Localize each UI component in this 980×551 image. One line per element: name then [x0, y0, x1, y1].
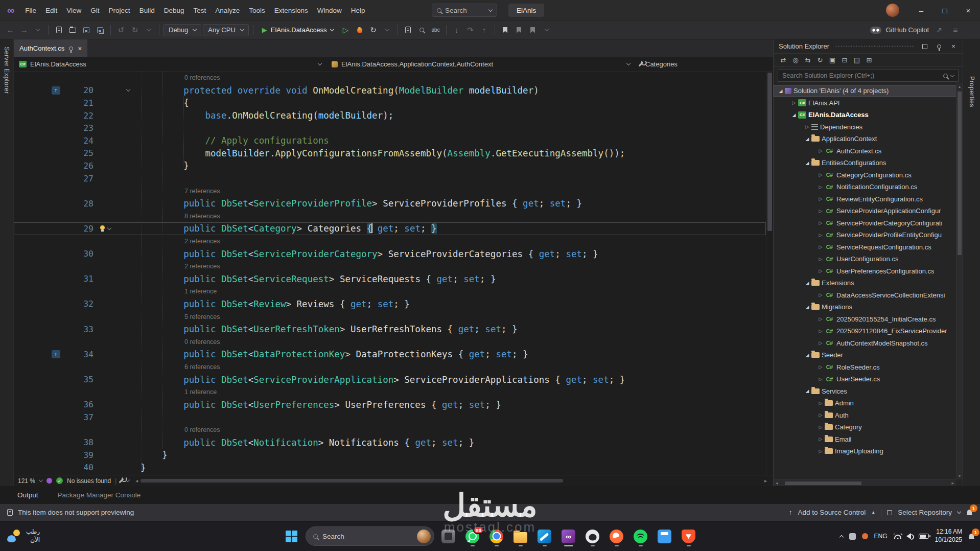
vs-notifications-button[interactable]: 1	[966, 509, 973, 516]
close-icon[interactable]: ×	[78, 44, 82, 53]
codelens-references[interactable]: 6 references	[14, 361, 766, 374]
solution-platforms-select[interactable]: Any CPU	[203, 24, 248, 36]
tree-item[interactable]: ▷C#ServiceProviderApplicationConfigur	[774, 205, 955, 217]
system-tray-group[interactable]	[894, 533, 929, 539]
tree-item[interactable]: ▷Admin	[774, 397, 955, 409]
menu-view[interactable]: View	[62, 0, 86, 20]
expander-closed-icon[interactable]: ▷	[816, 316, 825, 322]
expander-closed-icon[interactable]: ▷	[816, 425, 825, 430]
zoom-dropdown-icon[interactable]	[39, 478, 43, 482]
expander-closed-icon[interactable]: ▷	[816, 449, 825, 454]
save-icon[interactable]	[80, 24, 92, 36]
code-line[interactable]: 35 public DbSet<ServiceProviderApplicati…	[14, 373, 766, 386]
tree-item[interactable]: ▷Dependencies	[774, 121, 955, 133]
expander-closed-icon[interactable]: ▷	[816, 172, 825, 177]
navigation-dropdown-icon[interactable]	[32, 24, 44, 36]
restart-icon[interactable]: ↻	[367, 24, 380, 36]
tree-item[interactable]: ◢Extensions	[774, 277, 955, 289]
scrollbar-thumb[interactable]	[141, 479, 563, 483]
tree-item[interactable]: ▷C#UserConfiguration.cs	[774, 253, 955, 265]
copilot-open-icon[interactable]: ↗	[933, 24, 945, 36]
code-line[interactable]: 22 base.OnModelCreating(modelBuilder);	[14, 109, 766, 122]
tree-item[interactable]: ▷C#ReviewEntityConfiguration.cs	[774, 193, 955, 205]
navigate-forward-icon[interactable]: →	[18, 24, 30, 36]
select-repository-button[interactable]: Select Repository	[898, 509, 952, 516]
tree-item[interactable]: ▷C#ServiceProviderProfileEntityConfigu	[774, 229, 955, 241]
tree-item[interactable]: ▷C#CategoryConfiguration.cs	[774, 169, 955, 181]
expander-closed-icon[interactable]: ▷	[816, 220, 825, 225]
tree-item[interactable]: ▷C#AuthContext.cs	[774, 145, 955, 157]
zoom-level[interactable]: 121 %	[18, 477, 35, 485]
codelens-references[interactable]: 5 references	[14, 310, 766, 323]
codelens-references[interactable]: 1 reference	[14, 386, 766, 399]
scroll-right-icon[interactable]: ▸	[951, 480, 954, 486]
menu-test[interactable]: Test	[189, 0, 211, 20]
member-indicator-icon[interactable]: ↑	[52, 350, 60, 358]
menu-tools[interactable]: Tools	[244, 0, 270, 20]
undo-icon[interactable]: ↺	[115, 24, 127, 36]
step-into-icon[interactable]: ↓	[451, 24, 463, 36]
expander-open-icon[interactable]: ◢	[790, 112, 798, 118]
scroll-left-icon[interactable]: ◂	[776, 480, 778, 486]
expander-closed-icon[interactable]: ▷	[816, 209, 825, 214]
breadcrumb-member[interactable]: Categories	[635, 57, 773, 71]
tree-item[interactable]: ◢C#ElAnis.DataAccess	[774, 109, 955, 121]
tab-output[interactable]: Output	[17, 491, 38, 499]
taskbar-calculator[interactable]	[654, 526, 675, 547]
find-in-files-icon[interactable]	[416, 24, 428, 36]
code-line[interactable]: 38 public DbSet<Notification> Notificati…	[14, 436, 766, 449]
expander-closed-icon[interactable]: ▷	[790, 100, 798, 105]
expander-closed-icon[interactable]: ▷	[816, 257, 825, 262]
tree-item[interactable]: ▷Category	[774, 421, 955, 433]
taskbar-clock[interactable]: 12:16 AM 10/1/2025	[935, 528, 962, 544]
document-health-icon[interactable]	[119, 478, 124, 484]
solution-explorer-header[interactable]: Solution Explorer ×	[774, 39, 963, 53]
expander-closed-icon[interactable]: ▷	[816, 364, 825, 370]
taskbar-postman[interactable]	[606, 526, 627, 547]
code-line[interactable]: 29 public DbSet<Category> Categories { g…	[14, 222, 766, 235]
tree-item[interactable]: ◢EntitiesConfigurations	[774, 157, 955, 169]
tree-item[interactable]: ▷C#UserPreferencesConfiguration.cs	[774, 265, 955, 278]
tree-horizontal-scrollbar[interactable]: ◂ ▸	[774, 479, 956, 486]
expander-open-icon[interactable]: ◢	[803, 281, 811, 286]
codelens-references[interactable]: 1 reference	[14, 285, 766, 298]
close-button[interactable]: ×	[956, 0, 980, 20]
start-button[interactable]	[281, 526, 302, 547]
next-bookmark-icon[interactable]	[527, 24, 539, 36]
codelens-references[interactable]: 0 references	[14, 335, 766, 348]
tree-item[interactable]: ▷C#RoleSeeder.cs	[774, 361, 955, 374]
step-over-icon[interactable]: ↷	[464, 24, 477, 36]
tree-item[interactable]: ▷C#AuthContextModelSnapshot.cs	[774, 337, 955, 350]
prev-bookmark-icon[interactable]	[513, 24, 525, 36]
expander-closed-icon[interactable]: ▷	[816, 412, 825, 418]
spell-check-icon[interactable]: abc	[430, 24, 442, 36]
add-to-source-control-button[interactable]: Add to Source Control	[798, 509, 866, 516]
tree-item[interactable]: ▷C#20250921120846_FixServiceProvider	[774, 325, 955, 337]
expander-open-icon[interactable]: ◢	[803, 388, 811, 394]
tree-item[interactable]: ▷C#UserSeeder.cs	[774, 373, 955, 385]
menu-debug[interactable]: Debug	[159, 0, 189, 20]
code-line[interactable]: 23	[14, 122, 766, 134]
code-line[interactable]: 36 public DbSet<UserPreferences> UserPre…	[14, 398, 766, 411]
menu-build[interactable]: Build	[135, 0, 159, 20]
expander-closed-icon[interactable]: ▷	[816, 292, 825, 297]
codelens-references[interactable]: 0 references	[14, 424, 766, 437]
editor-vertical-scrollbar[interactable]	[766, 72, 773, 475]
step-out-icon[interactable]: ↑	[478, 24, 491, 36]
codelens-references[interactable]: 0 references	[14, 72, 766, 84]
member-indicator-icon[interactable]: ↑	[52, 86, 60, 95]
taskbar-search[interactable]: Search	[306, 526, 434, 546]
code-line[interactable]: 39 }	[14, 449, 766, 462]
tray-app-icon[interactable]	[849, 533, 856, 540]
toolbar-overflow-icon[interactable]	[541, 24, 553, 36]
taskbar-system-app[interactable]	[438, 526, 459, 547]
expander-closed-icon[interactable]: ▷	[816, 196, 825, 201]
minimize-button[interactable]: –	[909, 0, 933, 20]
tree-item[interactable]: ▷Email	[774, 433, 955, 446]
title-search-box[interactable]: Search	[432, 4, 497, 17]
solution-search-input[interactable]: Search Solution Explorer (Ctrl+;)	[778, 70, 959, 82]
pin-icon[interactable]	[934, 41, 944, 52]
tree-item[interactable]: ▷C#DataAccessServiceCollectionExtensi	[774, 289, 955, 302]
code-line[interactable]: 27	[14, 172, 766, 185]
taskbar-spotify[interactable]	[630, 526, 651, 547]
